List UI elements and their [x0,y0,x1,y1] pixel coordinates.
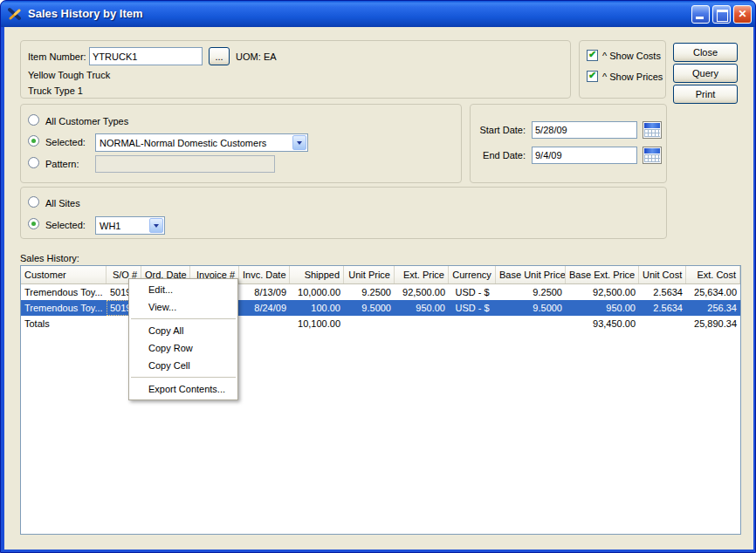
item-description-1: Yellow Tough Truck [28,70,110,81]
table-cell[interactable]: 950.00 [566,300,639,316]
maximize-icon[interactable] [712,5,731,24]
menu-item-view[interactable]: View... [129,298,237,316]
uom-value: EA [264,51,277,63]
menu-item-export-contents[interactable]: Export Contents... [129,380,237,398]
item-number-input[interactable] [89,47,203,65]
table-cell[interactable]: Totals [21,316,107,331]
uom-label: UOM: [236,51,261,63]
table-cell[interactable]: 256.34 [686,300,740,316]
app-logo-icon [8,7,22,21]
end-date-calendar-icon[interactable] [643,147,662,164]
customer-pattern-label[interactable]: Pattern: [45,159,79,170]
table-cell[interactable]: 9.5000 [344,300,395,316]
window-title: Sales History by Item [28,7,143,20]
column-header[interactable]: Base Ext. Price [566,266,639,283]
start-date-calendar-icon[interactable] [643,121,662,139]
item-group: Item Number: ... UOM: EA Yellow Tough Tr… [20,40,571,99]
column-header[interactable]: Shipped [290,266,344,283]
column-header[interactable]: Customer [21,266,107,283]
customer-filter-group: All Customer Types Selected: NORMAL-Norm… [20,104,462,183]
table-cell[interactable] [344,316,395,331]
customer-selected-label[interactable]: Selected: [45,137,86,148]
sales-history-window: Sales History by Item Item Number: ... U… [0,0,756,553]
table-cell[interactable]: 10,100.00 [290,316,344,331]
table-cell[interactable]: 92,500.00 [395,284,449,300]
menu-item-copy-cell[interactable]: Copy Cell [129,357,237,374]
table-cell[interactable]: 8/24/09 [239,300,290,316]
close-button[interactable]: Close [673,43,738,62]
menu-item-copy-row[interactable]: Copy Row [129,339,237,357]
close-icon[interactable] [733,5,752,24]
customer-type-combo[interactable]: NORMAL-Normal Domestic Customers [95,133,308,152]
query-button[interactable]: Query [673,64,738,83]
chevron-down-icon[interactable] [149,218,163,233]
start-date-label: Start Date: [473,125,526,136]
table-cell[interactable]: 93,450.00 [566,316,639,331]
customer-selected-radio[interactable] [28,135,39,147]
table-cell[interactable]: Tremendous Toy... [21,284,107,300]
column-header[interactable]: Ext. Cost [686,266,740,283]
site-selected-radio[interactable] [28,218,39,229]
menu-item-copy-all[interactable]: Copy All [129,322,237,339]
menu-item-edit[interactable]: Edit... [129,281,237,298]
minimize-icon[interactable] [691,5,710,24]
show-prices-label[interactable]: ^ Show Prices [602,72,663,83]
table-cell[interactable]: 92,500.00 [566,284,639,300]
table-cell[interactable] [239,316,290,331]
site-combo-value: WH1 [96,221,148,231]
chevron-down-icon[interactable] [292,135,306,150]
print-button[interactable]: Print [673,85,738,104]
table-cell[interactable]: USD - $ [449,300,496,316]
end-date-input[interactable] [532,147,637,164]
table-cell[interactable] [395,316,449,331]
sales-history-label: Sales History: [20,253,79,264]
column-header[interactable]: Unit Cost [639,266,686,283]
customer-pattern-input[interactable] [95,155,275,173]
all-customer-types-label[interactable]: All Customer Types [45,116,128,127]
site-combo[interactable]: WH1 [95,216,165,235]
titlebar[interactable]: Sales History by Item [1,1,755,27]
table-cell[interactable]: 9.5000 [496,300,566,316]
column-header[interactable]: Ext. Price [395,266,449,283]
show-prices-checkbox[interactable] [587,71,598,82]
all-sites-label[interactable]: All Sites [45,198,80,209]
column-header[interactable]: Currency [449,266,496,283]
table-cell[interactable]: 25,634.00 [686,284,740,300]
table-cell[interactable]: 8/13/09 [239,284,290,300]
display-options-group: ^ Show Costs ^ Show Prices [579,40,666,99]
show-costs-checkbox[interactable] [587,50,598,61]
all-customer-types-radio[interactable] [28,114,39,126]
table-cell[interactable]: 100.00 [290,300,344,316]
all-sites-radio[interactable] [28,196,39,208]
table-cell[interactable]: 9.2500 [344,284,395,300]
menu-separator [131,377,236,378]
date-range-group: Start Date: End Date: [470,104,667,183]
table-cell[interactable]: USD - $ [449,284,496,300]
start-date-input[interactable] [532,121,637,139]
table-cell[interactable] [639,316,686,331]
column-header[interactable]: Invc. Date [239,266,290,283]
table-cell[interactable]: 25,890.34 [686,316,740,331]
customer-type-combo-value: NORMAL-Normal Domestic Customers [96,138,292,148]
table-cell[interactable]: 950.00 [395,300,449,316]
table-cell[interactable]: 2.5634 [639,284,686,300]
table-cell[interactable] [496,316,566,331]
table-cell[interactable] [449,316,496,331]
table-cell[interactable]: 10,000.00 [290,284,344,300]
column-header[interactable]: Base Unit Price [496,266,566,283]
menu-separator [131,318,236,319]
table-cell[interactable]: Tremendous Toy... [21,300,107,316]
item-browse-button[interactable]: ... [209,47,230,65]
table-cell[interactable]: 2.5634 [639,300,686,316]
item-number-label: Item Number: [28,51,86,63]
end-date-label: End Date: [473,150,526,161]
customer-pattern-radio[interactable] [28,157,39,168]
table-cell[interactable]: 9.2500 [496,284,566,300]
context-menu: Edit... View... Copy All Copy Row Copy C… [128,278,238,400]
site-filter-group: All Sites Selected: WH1 [20,187,667,239]
show-costs-label[interactable]: ^ Show Costs [602,51,661,62]
column-header[interactable]: Unit Price [344,266,395,283]
site-selected-label[interactable]: Selected: [45,220,86,231]
item-description-2: Truck Type 1 [28,85,83,97]
